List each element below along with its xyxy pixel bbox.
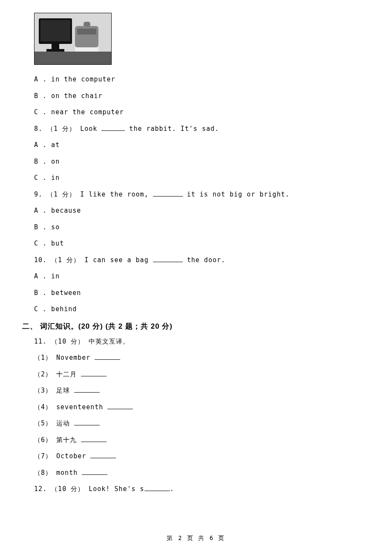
q9-option-b[interactable]: B . so xyxy=(34,221,366,234)
section-2-heading: 二、 词汇知识。(20 分) (共 2 题；共 20 分) xyxy=(22,321,366,331)
q11-sub3: （3） 足球 xyxy=(34,384,366,397)
svg-rect-4 xyxy=(52,44,59,49)
q11-sub2: （2） 十二月 xyxy=(34,368,366,381)
q11-s5-blank[interactable] xyxy=(74,419,100,425)
svg-rect-1 xyxy=(35,52,111,64)
q7-option-b[interactable]: B . on the chair xyxy=(34,90,366,102)
q11-sub4: （4） seventeenth xyxy=(34,401,366,413)
svg-rect-9 xyxy=(75,47,98,52)
q11-s4-text: （4） seventeenth xyxy=(34,403,107,411)
q9-option-a[interactable]: A . because xyxy=(34,205,366,217)
q8-stem: 8. （1 分） Look the rabbit. It's sad. xyxy=(34,123,366,135)
q9-post: it is not big or bright. xyxy=(183,191,290,198)
computer-bag-photo xyxy=(35,13,111,64)
q12-pre: 12. （10 分） Look! She's s xyxy=(34,485,144,493)
q11-s3-blank[interactable] xyxy=(74,386,100,393)
q12-post: . xyxy=(170,485,174,493)
q11-s8-blank[interactable] xyxy=(82,468,107,475)
q8-pre: 8. （1 分） Look xyxy=(34,125,101,133)
q11-s3-text: （3） 足球 xyxy=(34,387,74,394)
q9-option-c[interactable]: C . but xyxy=(34,237,366,250)
q11-s7-blank[interactable] xyxy=(90,451,116,458)
q10-blank[interactable] xyxy=(153,255,183,262)
q12-blank[interactable] xyxy=(144,484,170,491)
q8-option-c[interactable]: C . in xyxy=(34,172,366,184)
svg-rect-8 xyxy=(84,22,90,27)
svg-rect-5 xyxy=(46,49,64,52)
q7-option-c[interactable]: C . near the computer xyxy=(34,106,366,119)
content: A . in the computer B . on the chair C .… xyxy=(26,13,366,495)
q11-s4-blank[interactable] xyxy=(107,402,133,409)
svg-rect-3 xyxy=(40,20,70,41)
q11-s7-text: （7） October xyxy=(34,452,90,460)
question-image xyxy=(34,13,112,65)
q10-stem: 10. （1 分） I can see a bag the door. xyxy=(34,254,366,266)
q8-option-b[interactable]: B . on xyxy=(34,156,366,168)
q11-sub1: （1） November xyxy=(34,352,366,364)
q10-pre: 10. （1 分） I can see a bag xyxy=(34,256,153,264)
q11-s6-text: （6） 第十九 xyxy=(34,436,81,444)
q11-s6-blank[interactable] xyxy=(81,435,107,442)
q8-blank[interactable] xyxy=(101,124,125,131)
page: A . in the computer B . on the chair C .… xyxy=(0,0,392,555)
q11-stem: 11. （10 分） 中英文互译。 xyxy=(34,335,366,348)
q8-post: the rabbit. It's sad. xyxy=(125,125,219,133)
q11-sub7: （7） October xyxy=(34,450,366,462)
q11-s8-text: （8） month xyxy=(34,469,82,477)
q7-option-a[interactable]: A . in the computer xyxy=(34,73,366,86)
q9-stem: 9. （1 分） I like the room, it is not big … xyxy=(34,188,366,201)
q11-s1-text: （1） November xyxy=(34,354,95,361)
page-footer: 第 2 页 共 6 页 xyxy=(0,535,392,542)
q11-s5-text: （5） 运动 xyxy=(34,419,74,427)
q9-pre: 9. （1 分） I like the room, xyxy=(34,191,153,198)
q10-option-c[interactable]: C . behind xyxy=(34,303,366,315)
q9-blank[interactable] xyxy=(153,190,183,197)
svg-rect-7 xyxy=(77,29,96,35)
q10-option-b[interactable]: B . between xyxy=(34,287,366,299)
q10-option-a[interactable]: A . in xyxy=(34,270,366,283)
q11-sub6: （6） 第十九 xyxy=(34,434,366,446)
q10-post: the door. xyxy=(183,256,225,264)
q12-stem: 12. （10 分） Look! She's s. xyxy=(34,483,366,495)
q11-s1-blank[interactable] xyxy=(95,353,120,360)
q11-s2-blank[interactable] xyxy=(81,370,107,376)
q11-s2-text: （2） 十二月 xyxy=(34,370,81,378)
q11-sub8: （8） month xyxy=(34,467,366,479)
q8-option-a[interactable]: A . at xyxy=(34,139,366,151)
q11-sub5: （5） 运动 xyxy=(34,417,366,430)
